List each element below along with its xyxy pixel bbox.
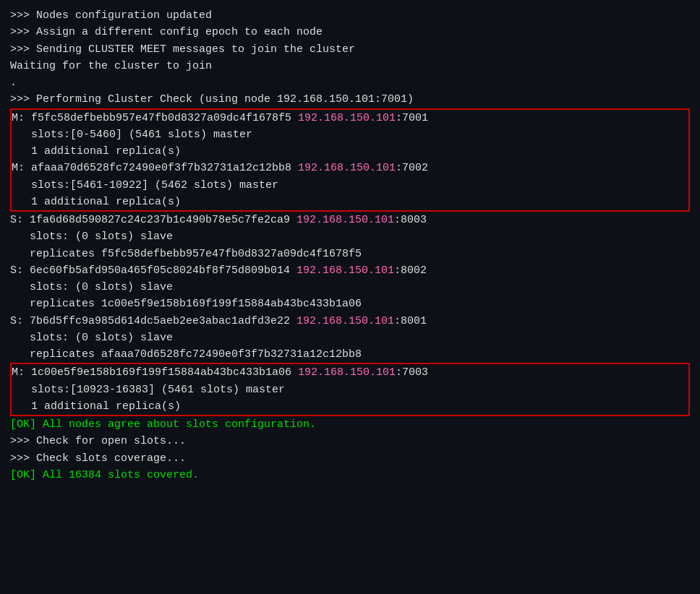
slave-node-8001-line: S: 7b6d5ffc9a985d614dc5aeb2ee3abac1adfd3… [10, 313, 690, 330]
master-node-7001-replica: 1 additional replica(s) [12, 143, 688, 160]
slave-node-8001-ip: 192.168.150.101 [296, 315, 394, 327]
master-node-7001-text: M: f5fc58defbebb957e47fb0d8327a09dc4f167… [12, 112, 298, 124]
slave-node-8002-ip: 192.168.150.101 [296, 264, 394, 277]
terminal-output: >>> Nodes configuration updated >>> Assi… [10, 7, 690, 483]
slave-node-8002-replicates: replicates 1c00e5f9e158b169f199f15884ab4… [10, 296, 690, 312]
master-node-7002-port: :7002 [396, 162, 428, 174]
slave-node-8003-replicates: replicates f5fc58defbebb957e47fb0d8327a0… [10, 246, 690, 262]
slave-node-8002-port: :8002 [394, 264, 427, 277]
line-dot: . [10, 74, 690, 91]
slave-node-8003-line: S: 1fa6d68d590827c24c237b1c490b78e5c7fe2… [10, 212, 690, 228]
master-nodes-box-1: M: f5fc58defbebb957e47fb0d8327a09dc4f167… [10, 108, 690, 212]
line-config-epoch: >>> Assign a different config epoch to e… [10, 24, 690, 40]
slave-node-8002-text: S: 6ec60fb5afd950a465f05c8024bf8f75d809b… [10, 264, 296, 277]
slave-node-8001-replicates: replicates afaaa70d6528fc72490e0f3f7b327… [10, 346, 690, 363]
line-check-slots-coverage: >>> Check slots coverage... [10, 450, 690, 467]
slave-node-8003-port: :8003 [394, 214, 427, 226]
slave-node-8001-text: S: 7b6d5ffc9a985d614dc5aeb2ee3abac1adfd3… [10, 315, 296, 327]
master-node-7003-text: M: 1c00e5f9e158b169f199f15884ab43bc433b1… [12, 366, 298, 379]
master-node-7001-line: M: f5fc58defbebb957e47fb0d8327a09dc4f167… [12, 110, 688, 126]
master-node-7003-ip: 192.168.150.101 [298, 366, 396, 379]
slave-node-8003-text: S: 1fa6d68d590827c24c237b1c490b78e5c7fe2… [10, 214, 296, 226]
line-waiting: Waiting for the cluster to join [10, 58, 690, 74]
line-cluster-meet: >>> Sending CLUSTER MEET messages to joi… [10, 41, 690, 58]
line-cluster-check: >>> Performing Cluster Check (using node… [10, 91, 690, 108]
ok-all-slots-covered: [OK] All 16384 slots covered. [10, 467, 690, 483]
master-node-7002-slots: slots:[5461-10922] (5462 slots) master [12, 177, 688, 194]
slave-node-8001-port: :8001 [394, 315, 427, 327]
master-node-7001-ip: 192.168.150.101 [298, 112, 396, 124]
slave-node-8001-slots: slots: (0 slots) slave [10, 330, 690, 346]
master-node-7001-port: :7001 [396, 112, 428, 124]
line-check-open-slots: >>> Check for open slots... [10, 433, 690, 449]
master-node-7001-slots: slots:[0-5460] (5461 slots) master [12, 126, 688, 143]
slave-node-8002-line: S: 6ec60fb5afd950a465f05c8024bf8f75d809b… [10, 262, 690, 279]
slave-node-8003-slots: slots: (0 slots) slave [10, 228, 690, 245]
line-nodes-updated: >>> Nodes configuration updated [10, 7, 690, 24]
master-nodes-box-2: M: 1c00e5f9e158b169f199f15884ab43bc433b1… [10, 363, 690, 416]
master-node-7003-line: M: 1c00e5f9e158b169f199f15884ab43bc433b1… [12, 364, 688, 381]
master-node-7002-ip: 192.168.150.101 [298, 162, 396, 174]
master-node-7002-line: M: afaaa70d6528fc72490e0f3f7b32731a12c12… [12, 160, 688, 176]
slave-node-8002-slots: slots: (0 slots) slave [10, 279, 690, 296]
ok-slots-agree: [OK] All nodes agree about slots configu… [10, 416, 690, 433]
slave-node-8003-ip: 192.168.150.101 [296, 214, 394, 226]
master-node-7002-replica: 1 additional replica(s) [12, 194, 688, 210]
master-node-7003-slots: slots:[10923-16383] (5461 slots) master [12, 382, 688, 398]
master-node-7003-port: :7003 [396, 366, 428, 379]
master-node-7003-replica: 1 additional replica(s) [12, 398, 688, 415]
master-node-7002-text: M: afaaa70d6528fc72490e0f3f7b32731a12c12… [12, 162, 298, 174]
